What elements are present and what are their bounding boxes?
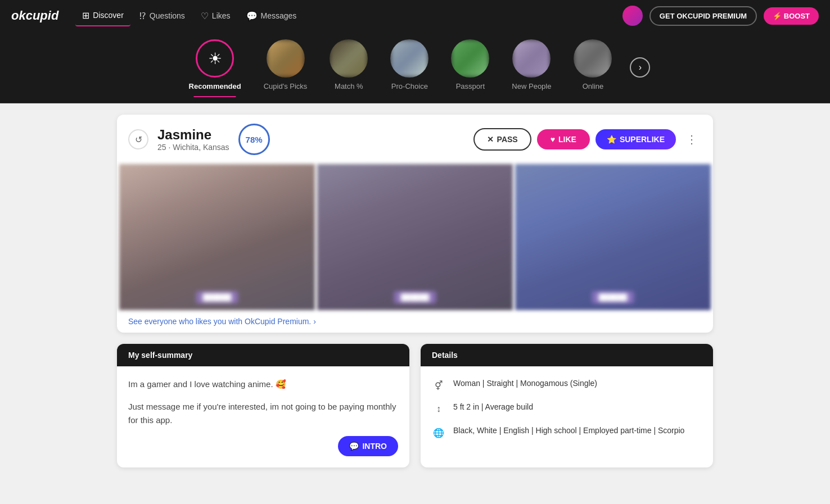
gender-icon: ⚥ [432,379,445,392]
pro-choice-thumb [390,39,428,78]
nav-questions-label: Questions [150,11,185,20]
logo[interactable]: okcupid [11,8,58,23]
category-match-label: Match % [335,82,363,90]
nav-questions[interactable]: ⁉ Questions [133,6,192,26]
superlike-button[interactable]: ⭐ SUPERLIKE [596,129,676,149]
category-online-label: Online [583,82,604,90]
sun-icon: ☀ [208,49,222,68]
nav-messages-label: Messages [261,11,297,20]
category-passport[interactable]: Passport [442,37,498,97]
heart-icon: ♥ [551,135,555,144]
likes-promo[interactable]: See everyone who likes you with OkCupid … [117,310,713,333]
profile-photo-2[interactable]: ██████ [317,164,513,310]
details-card: Details ⚥ Woman | Straight | Monogamous … [421,344,713,467]
nav-discover[interactable]: ⊞ Discover [75,6,130,26]
profile-photo-1[interactable]: ██████ [119,164,315,310]
category-match[interactable]: Match % [321,37,377,97]
detail-gender: ⚥ Woman | Straight | Monogamous (Single) [432,378,702,392]
globe-icon: 🌐 [432,426,445,439]
category-recommended[interactable]: ☀ Recommended [180,37,250,97]
new-people-thumb [512,39,551,78]
profile-name: Jasmine [157,127,229,143]
category-recommended-label: Recommended [189,82,241,90]
passport-thumb [451,39,489,78]
more-options-button[interactable]: ⋮ [682,130,702,148]
premium-button[interactable]: GET OKCUPID PREMIUM [649,6,757,26]
category-pro-choice-label: Pro-Choice [391,82,428,90]
cupids-picks-thumb [267,39,305,78]
action-buttons: ✕ PASS ♥ LIKE ⭐ SUPERLIKE ⋮ [473,128,702,151]
photo-badge-1: ██████ [196,291,238,303]
category-new-people[interactable]: New People [503,37,560,97]
detail-background: 🌐 Black, White | English | High school |… [432,425,702,439]
nav-messages[interactable]: 💬 Messages [240,6,304,26]
superlike-icon: ⭐ [607,135,616,144]
intro-button[interactable]: 💬 INTRO [338,436,398,456]
discover-icon: ⊞ [82,10,89,21]
heart-outline-icon: ♡ [201,11,209,21]
nav-discover-label: Discover [93,11,123,20]
message-icon: 💬 [246,11,258,21]
bio-details-grid: My self-summary Im a gamer and I love wa… [117,344,713,467]
category-cupids-picks[interactable]: Cupid's Picks [255,37,317,97]
category-nav: ☀ Recommended Cupid's Picks Match % Pro-… [0,31,830,103]
profile-name-block: Jasmine 25 · Wichita, Kansas [157,127,229,152]
bio-text-2: Just message me if you're interested, im… [128,400,398,427]
photo-grid: ██████ ██████ ██████ [117,164,713,310]
header-right: GET OKCUPID PREMIUM ⚡ BOOST [622,6,819,26]
category-cupids-picks-label: Cupid's Picks [264,82,308,90]
profile-age-location: 25 · Wichita, Kansas [157,143,229,152]
x-icon: ✕ [487,135,494,144]
main-nav: ⊞ Discover ⁉ Questions ♡ Likes 💬 Message… [75,6,303,26]
undo-button[interactable]: ↺ [128,129,148,149]
online-thumb [574,39,612,78]
details-list: ⚥ Woman | Straight | Monogamous (Single)… [432,378,702,439]
detail-height: ↕ 5 ft 2 in | Average build [432,401,702,416]
detail-height-text: 5 ft 2 in | Average build [453,401,533,413]
bio-card-body: Im a gamer and I love watching anime. 🥰 … [117,366,409,467]
category-new-people-label: New People [512,82,551,90]
details-card-body: ⚥ Woman | Straight | Monogamous (Single)… [421,366,713,451]
profile-card: ↺ Jasmine 25 · Wichita, Kansas 78% ✕ PAS… [117,115,713,333]
bio-card: My self-summary Im a gamer and I love wa… [117,344,409,467]
category-passport-label: Passport [456,82,485,90]
recommended-thumb: ☀ [196,39,234,78]
like-button[interactable]: ♥ LIKE [537,129,590,149]
boost-button[interactable]: ⚡ BOOST [764,7,819,25]
category-next-button[interactable]: › [630,57,650,78]
profile-header: ↺ Jasmine 25 · Wichita, Kansas 78% ✕ PAS… [117,115,713,164]
photo-badge-3: ██████ [592,291,634,303]
bio-text-1: Im a gamer and I love watching anime. 🥰 [128,378,398,391]
questions-icon: ⁉ [139,11,146,21]
category-online[interactable]: Online [565,37,621,97]
detail-gender-text: Woman | Straight | Monogamous (Single) [453,378,597,389]
height-icon: ↕ [432,402,445,416]
photo-badge-2: ██████ [394,291,436,303]
details-section-header: Details [421,344,713,366]
profile-photo-3[interactable]: ██████ [515,164,711,310]
match-thumb [330,39,368,78]
user-avatar[interactable] [622,6,643,26]
bio-section-header: My self-summary [117,344,409,366]
match-percent-circle: 78% [238,124,270,155]
nav-likes-label: Likes [212,11,231,20]
chat-icon: 💬 [349,442,359,451]
main-content: ↺ Jasmine 25 · Wichita, Kansas 78% ✕ PAS… [106,103,724,479]
detail-background-text: Black, White | English | High school | E… [453,425,684,437]
pass-button[interactable]: ✕ PASS [473,128,531,151]
category-pro-choice[interactable]: Pro-Choice [381,37,437,97]
nav-likes[interactable]: ♡ Likes [194,6,237,26]
header: okcupid ⊞ Discover ⁉ Questions ♡ Likes 💬… [0,0,830,31]
